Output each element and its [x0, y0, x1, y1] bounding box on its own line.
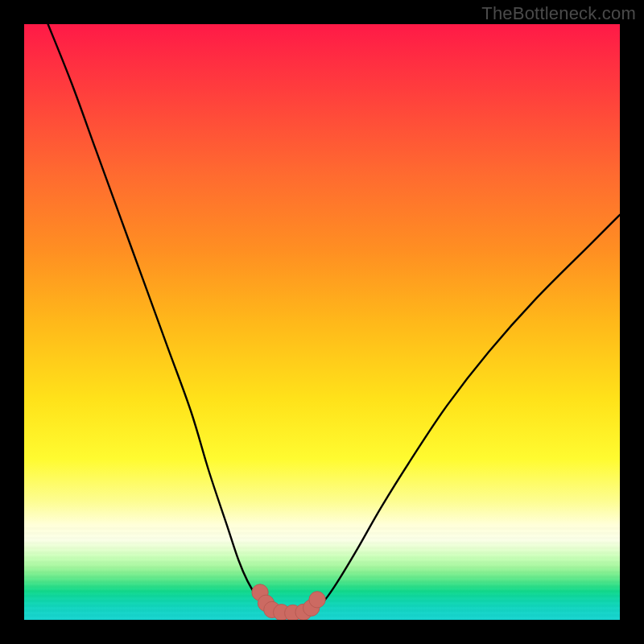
valley-marker — [309, 592, 325, 608]
plot-area — [24, 24, 620, 620]
chart-frame: TheBottleneck.com — [0, 0, 644, 644]
watermark-text: TheBottleneck.com — [481, 3, 636, 24]
curve-left-branch — [48, 24, 272, 611]
curve-right-branch — [310, 215, 620, 611]
curve-layer — [24, 24, 620, 620]
valley-markers — [252, 584, 325, 620]
